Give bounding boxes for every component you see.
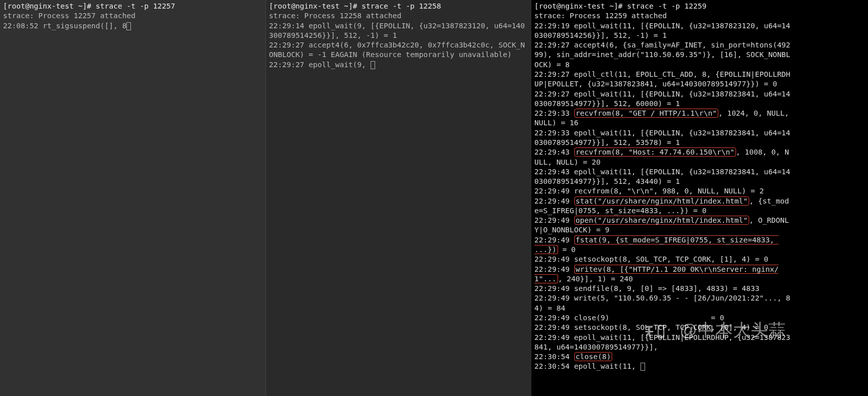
strace-line: 22:29:49 setsockopt(8, SOL_TCP, TCP_CORK… (534, 323, 768, 331)
strace-line: 22:29:33 recvfrom(8, "GET / HTTP/1.1\r\n… (534, 109, 793, 127)
highlight-stat: stat("/usr/share/nginx/html/index.html" (574, 196, 749, 206)
shell-prompt: [root@nginx-test ~]# (269, 2, 361, 10)
strace-line: 22:29:27 epoll_wait(9, (269, 61, 375, 69)
strace-line: 22:29:14 epoll_wait(9, [{EPOLLIN, {u32=1… (269, 22, 525, 39)
cursor-icon (641, 363, 645, 371)
cursor-icon (371, 61, 375, 69)
strace-attach-msg: strace: Process 12259 attached (534, 12, 667, 20)
command-text: strace -t -p 12257 (96, 2, 175, 10)
strace-line: 22:08:52 rt_sigsuspend([], 8 (3, 22, 131, 30)
strace-line: 22:29:49 writev(8, [{"HTTP/1.1 200 OK\r\… (534, 265, 779, 283)
strace-line: 22:29:33 epoll_wait(11, [{EPOLLIN, {u32=… (534, 129, 790, 146)
strace-line: 22:29:27 accept4(6, 0x7ffca3b42c20, 0x7f… (269, 41, 525, 59)
strace-line: 22:30:54 close(8) (534, 352, 612, 361)
terminal-pane-1[interactable]: [root@nginx-test ~]# strace -t -p 12257 … (0, 0, 265, 396)
shell-prompt: [root@nginx-test ~]# (3, 2, 96, 10)
highlight-recvfrom-get: recvfrom(8, "GET / HTTP/1.1\r\n" (574, 109, 718, 118)
highlight-close: close(8) (574, 352, 613, 361)
strace-line: 22:29:43 epoll_wait(11, [{EPOLLIN, {u32=… (534, 168, 790, 185)
strace-line: 22:29:49 close(9) = 0 (534, 314, 724, 322)
terminal-pane-2[interactable]: [root@nginx-test ~]# strace -t -p 12258 … (265, 0, 531, 396)
highlight-open: open("/usr/share/nginx/html/index.html" (574, 216, 749, 225)
strace-line: 22:29:43 recvfrom(8, "Host: 47.74.60.150… (534, 147, 789, 166)
command-text: strace -t -p 12258 (361, 2, 441, 10)
strace-line: 22:29:49 open("/usr/share/nginx/html/ind… (534, 216, 789, 234)
cursor-icon (126, 22, 131, 30)
shell-prompt: [root@nginx-test ~]# (534, 2, 627, 10)
strace-line: 22:29:49 epoll_wait(11, [{EPOLLIN|EPOLLR… (534, 333, 790, 351)
strace-line: 22:29:49 recvfrom(8, "\r\n", 988, 0, NUL… (534, 187, 764, 195)
strace-line: 22:29:19 epoll_wait(11, [{EPOLLIN, {u32=… (534, 22, 790, 39)
strace-line: 22:29:49 sendfile(8, 9, [0] => [4833], 4… (534, 284, 759, 292)
strace-line: 22:30:54 epoll_wait(11, (534, 362, 645, 370)
strace-line: 22:29:27 epoll_wait(11, [{EPOLLIN, {u32=… (534, 90, 790, 108)
terminal-pane-3[interactable]: [root@nginx-test ~]# strace -t -p 12259 … (531, 0, 796, 396)
strace-line: 22:29:49 setsockopt(8, SOL_TCP, TCP_CORK… (534, 255, 768, 263)
strace-line: 22:29:49 stat("/usr/share/nginx/html/ind… (534, 196, 789, 215)
highlight-recvfrom-host: recvfrom(8, "Host: 47.74.60.150\r\n" (574, 147, 736, 157)
strace-line: 22:29:27 accept4(6, {sa_family=AF_INET, … (534, 41, 790, 69)
strace-attach-msg: strace: Process 12258 attached (269, 12, 401, 20)
command-text: strace -t -p 12259 (627, 2, 706, 10)
strace-attach-msg: strace: Process 12257 attached (3, 12, 135, 20)
strace-line: 22:29:49 fstat(9, {st_mode=S_IFREG|0755,… (534, 235, 779, 254)
strace-line: 22:29:49 write(5, "110.50.69.35 - - [26/… (534, 294, 790, 312)
strace-line: 22:29:27 epoll_ctl(11, EPOLL_CTL_ADD, 8,… (534, 70, 790, 88)
